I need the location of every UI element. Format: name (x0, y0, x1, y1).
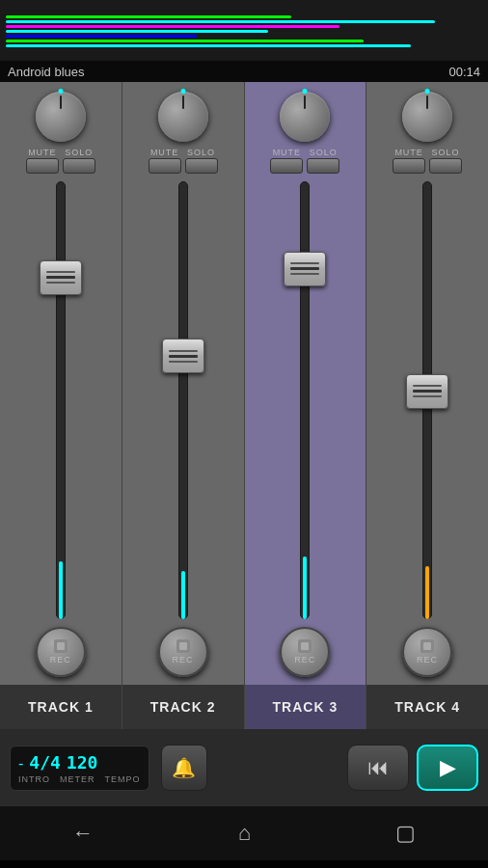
vu-bar-3 (303, 556, 307, 619)
knob-2[interactable] (158, 92, 208, 142)
rec-icon-1 (54, 639, 68, 653)
knob-4-area[interactable] (402, 92, 452, 142)
rec-btn-2[interactable]: REC (158, 627, 208, 677)
solo-group-4: SOLO (429, 148, 462, 174)
rewind-button[interactable]: ⏮ (347, 745, 409, 791)
mute-btn-3[interactable] (270, 158, 303, 174)
fader-line-2c (169, 361, 198, 363)
knob-2-line (182, 95, 184, 109)
solo-btn-2[interactable] (185, 158, 218, 174)
track-label-1[interactable]: TRACK 1 (0, 685, 122, 729)
rec-btn-3[interactable]: REC (280, 627, 330, 677)
solo-label-2: SOLO (187, 148, 215, 157)
rec-text-4: REC (417, 655, 438, 665)
fader-bg-1 (56, 181, 66, 619)
track-label-4[interactable]: TRACK 4 (366, 685, 488, 729)
wave-line-4 (6, 30, 268, 33)
transport-buttons: ⏮ ▶ (347, 745, 478, 791)
tempo-top: - 4/4 120 (18, 752, 141, 773)
tempo-minus[interactable]: - (18, 755, 23, 773)
solo-btn-1[interactable] (63, 158, 95, 174)
mute-btn-1[interactable] (26, 158, 59, 174)
fader-container-4 (398, 181, 456, 619)
transport-area: - 4/4 120 INTRO METER TEMPO 🔔 ⏮ ▶ (0, 729, 488, 806)
solo-btn-4[interactable] (429, 158, 462, 174)
metronome-icon: 🔔 (172, 756, 196, 779)
fader-line-1c (46, 282, 75, 284)
play-button[interactable]: ▶ (417, 745, 478, 791)
rec-btn-4[interactable]: REC (402, 627, 452, 677)
song-title: Android blues (8, 65, 85, 79)
fader-area-2 (122, 174, 244, 627)
fader-area-3 (245, 174, 366, 627)
knob-1-area[interactable] (36, 92, 86, 142)
fader-handle-1[interactable] (40, 260, 82, 295)
fader-line-1a (46, 271, 75, 273)
solo-label-4: SOLO (432, 148, 460, 157)
tempo-label: TEMPO (105, 774, 141, 784)
fader-line-1b (46, 276, 75, 279)
back-button[interactable]: ← (72, 821, 94, 846)
rec-text-2: REC (173, 655, 194, 665)
fader-area-4 (366, 174, 488, 627)
fader-handle-3[interactable] (284, 252, 326, 286)
wave-line-3 (6, 25, 339, 28)
solo-label-3: SOLO (310, 148, 338, 157)
mute-group-3: MUTE (270, 148, 303, 174)
song-info-bar: Android blues 00:14 (0, 61, 488, 82)
fader-handle-2[interactable] (162, 339, 204, 373)
wave-line-2 (6, 20, 435, 23)
song-time: 00:14 (448, 65, 480, 79)
wave-line-5 (6, 35, 197, 38)
rec-btn-1[interactable]: REC (36, 627, 86, 677)
mute-btn-4[interactable] (393, 158, 425, 174)
knob-1-line (60, 95, 62, 109)
fader-handle-4[interactable] (406, 374, 448, 409)
rec-icon-3 (298, 639, 312, 653)
mute-label-3: MUTE (273, 148, 302, 157)
mixer-area: MUTE SOLO REC (0, 82, 488, 685)
vu-bar-2 (181, 571, 185, 619)
mute-group-2: MUTE (149, 148, 181, 174)
tempo-display: - 4/4 120 INTRO METER TEMPO (10, 746, 149, 791)
fader-bg-3 (300, 181, 310, 619)
wave-line-1 (6, 15, 291, 18)
fader-container-3 (276, 181, 334, 619)
fader-line-2a (169, 350, 198, 352)
track-label-2[interactable]: TRACK 2 (122, 685, 245, 729)
rewind-icon: ⏮ (367, 755, 389, 780)
home-button[interactable]: ⌂ (238, 821, 251, 846)
rec-text-1: REC (50, 655, 71, 665)
metronome-button[interactable]: 🔔 (161, 745, 207, 791)
play-icon: ▶ (440, 755, 456, 780)
knob-2-area[interactable] (158, 92, 208, 142)
track-channel-2: MUTE SOLO REC (122, 82, 245, 685)
solo-group-3: SOLO (307, 148, 339, 174)
track-channel-1: MUTE SOLO REC (0, 82, 122, 685)
intro-label: INTRO (18, 774, 50, 784)
fader-line-4c (413, 395, 442, 397)
rec-text-3: REC (294, 655, 315, 665)
waveform-display (0, 0, 488, 63)
meter-label: METER (60, 774, 95, 784)
knob-1[interactable] (36, 92, 86, 142)
mute-solo-row-3: MUTE SOLO (270, 148, 339, 174)
fader-line-3c (290, 273, 319, 275)
wave-line-7 (6, 44, 411, 47)
fader-line-4b (413, 390, 442, 393)
nav-bar: ← ⌂ ▢ (0, 806, 488, 860)
recents-button[interactable]: ▢ (395, 821, 416, 846)
knob-3-area[interactable] (280, 92, 330, 142)
fader-line-3b (290, 267, 319, 270)
knob-3[interactable] (280, 92, 330, 142)
solo-label-1: SOLO (65, 148, 93, 157)
mute-btn-2[interactable] (149, 158, 181, 174)
solo-group-1: SOLO (63, 148, 95, 174)
knob-4[interactable] (402, 92, 452, 142)
fader-line-3a (290, 262, 319, 264)
fader-line-2b (169, 355, 198, 358)
solo-btn-3[interactable] (307, 158, 339, 174)
fader-bg-2 (178, 181, 188, 619)
track-label-3[interactable]: TRACK 3 (245, 685, 367, 729)
track-label-row: TRACK 1 TRACK 2 TRACK 3 TRACK 4 (0, 685, 488, 729)
